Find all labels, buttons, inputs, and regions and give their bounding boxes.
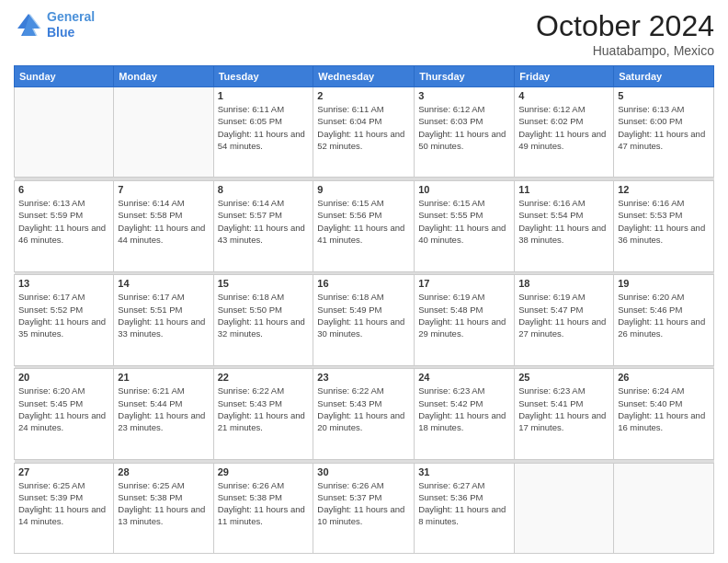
logo-text: General Blue xyxy=(47,9,95,40)
day-info: Sunrise: 6:21 AM Sunset: 5:44 PM Dayligh… xyxy=(118,385,209,433)
day-header-friday: Friday xyxy=(515,66,614,87)
day-number: 27 xyxy=(18,466,109,477)
day-header-tuesday: Tuesday xyxy=(213,66,313,87)
calendar-cell: 8Sunrise: 6:14 AM Sunset: 5:57 PM Daylig… xyxy=(213,181,313,271)
day-info: Sunrise: 6:22 AM Sunset: 5:43 PM Dayligh… xyxy=(218,385,310,433)
calendar-cell: 22Sunrise: 6:22 AM Sunset: 5:43 PM Dayli… xyxy=(213,369,313,459)
day-number: 1 xyxy=(218,90,310,101)
day-info: Sunrise: 6:14 AM Sunset: 5:58 PM Dayligh… xyxy=(118,197,209,246)
day-number: 9 xyxy=(317,184,410,195)
location: Huatabampo, Mexico xyxy=(536,43,714,58)
week-row-4: 20Sunrise: 6:20 AM Sunset: 5:45 PM Dayli… xyxy=(15,369,714,459)
day-number: 8 xyxy=(218,184,310,195)
calendar-cell: 1Sunrise: 6:11 AM Sunset: 6:05 PM Daylig… xyxy=(213,87,313,178)
day-number: 31 xyxy=(418,466,510,477)
day-info: Sunrise: 6:18 AM Sunset: 5:49 PM Dayligh… xyxy=(317,291,410,339)
calendar-cell: 29Sunrise: 6:26 AM Sunset: 5:38 PM Dayli… xyxy=(213,463,313,553)
day-info: Sunrise: 6:13 AM Sunset: 5:59 PM Dayligh… xyxy=(18,197,109,246)
day-info: Sunrise: 6:12 AM Sunset: 6:02 PM Dayligh… xyxy=(518,103,609,152)
calendar-cell: 12Sunrise: 6:16 AM Sunset: 5:53 PM Dayli… xyxy=(614,181,714,271)
day-info: Sunrise: 6:27 AM Sunset: 5:36 PM Dayligh… xyxy=(418,479,510,528)
day-number: 21 xyxy=(118,372,209,383)
calendar-cell: 4Sunrise: 6:12 AM Sunset: 6:02 PM Daylig… xyxy=(515,87,614,178)
calendar-cell: 26Sunrise: 6:24 AM Sunset: 5:40 PM Dayli… xyxy=(614,369,714,459)
day-number: 29 xyxy=(218,466,310,477)
day-info: Sunrise: 6:16 AM Sunset: 5:53 PM Dayligh… xyxy=(618,197,710,246)
day-info: Sunrise: 6:11 AM Sunset: 6:04 PM Dayligh… xyxy=(317,103,410,152)
calendar-cell: 9Sunrise: 6:15 AM Sunset: 5:56 PM Daylig… xyxy=(313,181,415,271)
calendar-header-row: SundayMondayTuesdayWednesdayThursdayFrid… xyxy=(15,66,714,87)
calendar-cell: 5Sunrise: 6:13 AM Sunset: 6:00 PM Daylig… xyxy=(614,87,714,178)
day-number: 28 xyxy=(118,466,209,477)
calendar-cell: 13Sunrise: 6:17 AM Sunset: 5:52 PM Dayli… xyxy=(15,275,114,365)
day-header-saturday: Saturday xyxy=(614,66,714,87)
day-info: Sunrise: 6:11 AM Sunset: 6:05 PM Dayligh… xyxy=(218,103,310,152)
day-info: Sunrise: 6:25 AM Sunset: 5:39 PM Dayligh… xyxy=(18,479,109,528)
calendar-cell: 31Sunrise: 6:27 AM Sunset: 5:36 PM Dayli… xyxy=(415,463,515,553)
calendar-cell xyxy=(15,87,114,178)
day-info: Sunrise: 6:17 AM Sunset: 5:51 PM Dayligh… xyxy=(118,291,209,339)
calendar-cell: 28Sunrise: 6:25 AM Sunset: 5:38 PM Dayli… xyxy=(114,463,213,553)
day-number: 24 xyxy=(418,372,510,383)
calendar-cell: 25Sunrise: 6:23 AM Sunset: 5:41 PM Dayli… xyxy=(515,369,614,459)
day-number: 14 xyxy=(118,278,209,289)
week-row-2: 6Sunrise: 6:13 AM Sunset: 5:59 PM Daylig… xyxy=(15,181,714,271)
day-number: 25 xyxy=(518,372,609,383)
calendar-cell: 19Sunrise: 6:20 AM Sunset: 5:46 PM Dayli… xyxy=(614,275,714,365)
week-row-5: 27Sunrise: 6:25 AM Sunset: 5:39 PM Dayli… xyxy=(15,463,714,553)
day-info: Sunrise: 6:20 AM Sunset: 5:45 PM Dayligh… xyxy=(18,385,109,433)
calendar-cell: 30Sunrise: 6:26 AM Sunset: 5:37 PM Dayli… xyxy=(313,463,415,553)
calendar-cell: 6Sunrise: 6:13 AM Sunset: 5:59 PM Daylig… xyxy=(15,181,114,271)
day-header-thursday: Thursday xyxy=(415,66,515,87)
calendar-cell xyxy=(614,463,714,553)
day-info: Sunrise: 6:17 AM Sunset: 5:52 PM Dayligh… xyxy=(18,291,109,339)
day-info: Sunrise: 6:23 AM Sunset: 5:42 PM Dayligh… xyxy=(418,385,510,433)
day-info: Sunrise: 6:22 AM Sunset: 5:43 PM Dayligh… xyxy=(317,385,410,433)
day-info: Sunrise: 6:13 AM Sunset: 6:00 PM Dayligh… xyxy=(618,103,710,152)
month-title: October 2024 xyxy=(536,9,714,43)
calendar-cell: 21Sunrise: 6:21 AM Sunset: 5:44 PM Dayli… xyxy=(114,369,213,459)
calendar-cell: 27Sunrise: 6:25 AM Sunset: 5:39 PM Dayli… xyxy=(15,463,114,553)
calendar-cell: 11Sunrise: 6:16 AM Sunset: 5:54 PM Dayli… xyxy=(515,181,614,271)
day-number: 22 xyxy=(218,372,310,383)
day-number: 18 xyxy=(518,278,609,289)
day-number: 3 xyxy=(418,90,510,101)
logo-general: General xyxy=(47,9,95,24)
header: General Blue October 2024 Huatabampo, Me… xyxy=(14,9,714,58)
calendar-cell: 18Sunrise: 6:19 AM Sunset: 5:47 PM Dayli… xyxy=(515,275,614,365)
day-number: 5 xyxy=(618,90,710,101)
day-header-sunday: Sunday xyxy=(15,66,114,87)
day-info: Sunrise: 6:12 AM Sunset: 6:03 PM Dayligh… xyxy=(418,103,510,152)
calendar: SundayMondayTuesdayWednesdayThursdayFrid… xyxy=(14,65,714,554)
day-info: Sunrise: 6:16 AM Sunset: 5:54 PM Dayligh… xyxy=(518,197,609,246)
page: General Blue October 2024 Huatabampo, Me… xyxy=(0,0,728,563)
day-number: 4 xyxy=(518,90,609,101)
day-info: Sunrise: 6:15 AM Sunset: 5:55 PM Dayligh… xyxy=(418,197,510,246)
day-info: Sunrise: 6:24 AM Sunset: 5:40 PM Dayligh… xyxy=(618,385,710,433)
day-info: Sunrise: 6:14 AM Sunset: 5:57 PM Dayligh… xyxy=(218,197,310,246)
calendar-cell: 16Sunrise: 6:18 AM Sunset: 5:49 PM Dayli… xyxy=(313,275,415,365)
day-info: Sunrise: 6:26 AM Sunset: 5:37 PM Dayligh… xyxy=(317,479,410,528)
logo-icon xyxy=(14,10,43,40)
calendar-cell: 15Sunrise: 6:18 AM Sunset: 5:50 PM Dayli… xyxy=(213,275,313,365)
calendar-cell: 20Sunrise: 6:20 AM Sunset: 5:45 PM Dayli… xyxy=(15,369,114,459)
day-info: Sunrise: 6:18 AM Sunset: 5:50 PM Dayligh… xyxy=(218,291,310,339)
calendar-cell: 7Sunrise: 6:14 AM Sunset: 5:58 PM Daylig… xyxy=(114,181,213,271)
day-number: 10 xyxy=(418,184,510,195)
calendar-cell xyxy=(515,463,614,553)
calendar-cell: 23Sunrise: 6:22 AM Sunset: 5:43 PM Dayli… xyxy=(313,369,415,459)
day-number: 6 xyxy=(18,184,109,195)
logo: General Blue xyxy=(14,9,95,40)
day-number: 23 xyxy=(317,372,410,383)
day-info: Sunrise: 6:19 AM Sunset: 5:48 PM Dayligh… xyxy=(418,291,510,339)
calendar-cell: 24Sunrise: 6:23 AM Sunset: 5:42 PM Dayli… xyxy=(415,369,515,459)
day-number: 26 xyxy=(618,372,710,383)
calendar-cell: 17Sunrise: 6:19 AM Sunset: 5:48 PM Dayli… xyxy=(415,275,515,365)
day-number: 2 xyxy=(317,90,410,101)
day-number: 12 xyxy=(618,184,710,195)
day-number: 19 xyxy=(618,278,710,289)
day-info: Sunrise: 6:26 AM Sunset: 5:38 PM Dayligh… xyxy=(218,479,310,528)
day-info: Sunrise: 6:23 AM Sunset: 5:41 PM Dayligh… xyxy=(518,385,609,433)
day-number: 20 xyxy=(18,372,109,383)
day-number: 7 xyxy=(118,184,209,195)
